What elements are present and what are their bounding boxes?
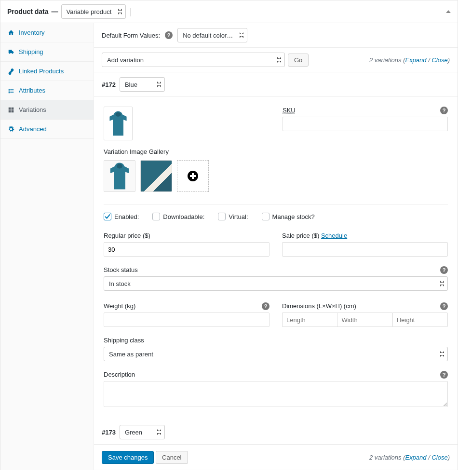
panel-header: Product data — Variable product | <box>0 0 458 23</box>
variation-id: #172 <box>102 81 116 88</box>
cancel-button[interactable]: Cancel <box>156 451 188 464</box>
variation-action-select[interactable]: Add variation <box>102 53 285 67</box>
variation-attr-select[interactable]: Green <box>120 425 165 439</box>
enabled-check[interactable]: Enabled: <box>104 213 139 220</box>
expand-link-bottom[interactable]: Expand <box>405 454 426 461</box>
separator: | <box>130 7 132 17</box>
enabled-checkbox[interactable] <box>104 213 111 220</box>
list-icon <box>7 87 15 94</box>
shipping-class-select[interactable]: Same as parent <box>104 347 448 361</box>
gear-icon <box>7 126 15 133</box>
default-form-values-label: Default Form Values: <box>102 32 160 39</box>
tab-label: Inventory <box>19 29 44 36</box>
virtual-check[interactable]: Virtual: <box>218 213 248 220</box>
inventory-icon <box>7 29 15 36</box>
variation-body-172: Variation Image Gallery SKU <box>94 97 458 420</box>
close-link-bottom[interactable]: Close <box>431 454 447 461</box>
height-input[interactable] <box>392 313 448 327</box>
help-icon[interactable]: ? <box>165 31 173 39</box>
help-icon[interactable]: ? <box>262 302 269 310</box>
virtual-checkbox[interactable] <box>218 213 226 220</box>
shipping-class-label: Shipping class <box>104 337 448 344</box>
tab-attributes[interactable]: Attributes <box>0 81 94 100</box>
variations-count-text-bottom: 2 variations (Expand / Close) <box>369 454 450 461</box>
variation-header-173[interactable]: #173 Green <box>94 420 458 445</box>
downloadable-check[interactable]: Downloadable: <box>152 213 204 220</box>
sale-price-label: Sale price ($) Schedule <box>282 232 448 239</box>
product-type-select[interactable]: Variable product <box>61 4 126 19</box>
help-icon[interactable]: ? <box>440 266 448 274</box>
weight-input[interactable] <box>104 313 269 327</box>
variation-id: #173 <box>102 429 116 436</box>
help-icon[interactable]: ? <box>440 371 448 379</box>
variations-count-text: 2 variations (Expand / Close) <box>369 56 450 64</box>
close-link[interactable]: Close <box>431 56 447 64</box>
description-textarea[interactable] <box>104 381 448 407</box>
dash: — <box>52 8 58 15</box>
regular-price-label: Regular price ($) <box>104 232 269 239</box>
collapse-icon[interactable] <box>446 10 451 13</box>
tab-label: Advanced <box>19 125 47 133</box>
gallery-thumb-2[interactable] <box>140 160 172 192</box>
gallery-thumb-1[interactable] <box>104 160 135 192</box>
gallery-label: Variation Image Gallery <box>104 148 269 155</box>
tab-variations[interactable]: Variations <box>0 100 94 120</box>
variation-header-172[interactable]: #172 Blue <box>94 72 458 97</box>
grid-icon <box>7 107 15 113</box>
tab-label: Attributes <box>19 87 45 94</box>
default-form-values-select[interactable]: No default color… <box>177 28 247 42</box>
weight-label: Weight (kg) ? <box>104 302 269 310</box>
sku-input[interactable] <box>283 117 448 131</box>
length-input[interactable] <box>282 313 337 327</box>
tab-label: Variations <box>19 106 46 113</box>
variation-attr-select[interactable]: Blue <box>120 77 165 92</box>
manage-stock-checkbox[interactable] <box>262 213 269 220</box>
variation-image-thumb[interactable] <box>104 107 133 140</box>
help-icon[interactable]: ? <box>440 107 448 114</box>
tab-shipping[interactable]: Shipping <box>0 42 94 62</box>
width-input[interactable] <box>337 313 392 327</box>
dimensions-label: Dimensions (L×W×H) (cm) ? <box>282 302 448 310</box>
tabs-sidebar: Inventory Shipping Linked Products Attri… <box>0 23 94 470</box>
plus-icon <box>188 171 198 181</box>
svg-point-0 <box>116 112 121 117</box>
gallery-add-button[interactable] <box>177 160 209 192</box>
tab-label: Linked Products <box>19 68 64 75</box>
schedule-link[interactable]: Schedule <box>321 232 347 239</box>
tab-advanced[interactable]: Advanced <box>0 120 94 139</box>
description-label: Description ? <box>104 371 448 378</box>
save-button[interactable]: Save changes <box>102 451 154 464</box>
sale-price-input[interactable] <box>282 242 448 257</box>
tab-inventory[interactable]: Inventory <box>0 23 94 42</box>
link-icon <box>7 68 15 75</box>
downloadable-checkbox[interactable] <box>152 213 160 220</box>
stock-status-label: Stock status ? <box>104 266 448 273</box>
stock-status-select[interactable]: In stock <box>104 276 448 291</box>
sku-label: SKU <box>283 107 448 114</box>
help-icon[interactable]: ? <box>440 302 448 310</box>
svg-point-1 <box>117 164 122 169</box>
truck-icon <box>7 49 15 55</box>
manage-stock-check[interactable]: Manage stock? <box>262 213 315 220</box>
tab-linked-products[interactable]: Linked Products <box>0 62 94 81</box>
expand-link[interactable]: Expand <box>405 56 426 64</box>
panel-title: Product data <box>7 8 49 15</box>
tab-label: Shipping <box>19 48 43 55</box>
go-button[interactable]: Go <box>288 54 309 67</box>
regular-price-input[interactable] <box>104 242 269 257</box>
